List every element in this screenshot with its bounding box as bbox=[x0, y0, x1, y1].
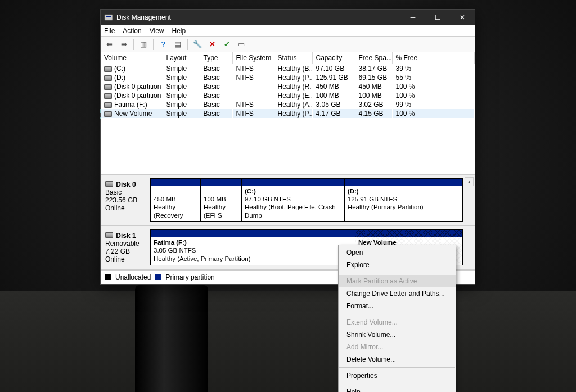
ctx-help[interactable]: Help bbox=[339, 386, 456, 392]
menubar: File Action View Help bbox=[101, 25, 475, 37]
ctx-shrink[interactable]: Shrink Volume... bbox=[339, 328, 456, 341]
menu-action[interactable]: Action bbox=[123, 27, 141, 35]
table-row[interactable]: (Disk 0 partition 1)SimpleBasicHealthy (… bbox=[101, 82, 475, 91]
partition[interactable]: Fatima (F:) 3.05 GB NTFS Healthy (Active… bbox=[150, 229, 356, 265]
partition[interactable]: 450 MB Healthy (Recovery bbox=[150, 178, 201, 222]
volume-table[interactable]: Volume Layout Type File System Status Ca… bbox=[101, 52, 475, 118]
disk0-kind: Basic bbox=[105, 188, 122, 196]
disk1-size: 7.22 GB bbox=[105, 247, 130, 255]
col-status[interactable]: Status bbox=[274, 52, 312, 64]
titlebar[interactable]: Disk Management ─ ☐ ✕ bbox=[101, 10, 475, 25]
col-pctfree[interactable]: % Free bbox=[392, 52, 424, 64]
col-type[interactable]: Type bbox=[200, 52, 232, 64]
table-row[interactable]: Fatima (F:)SimpleBasicNTFSHealthy (A...3… bbox=[101, 100, 475, 109]
volume-name: New Volume bbox=[114, 110, 152, 118]
svg-rect-1 bbox=[106, 16, 111, 17]
col-volume[interactable]: Volume bbox=[101, 52, 163, 64]
menu-view[interactable]: View bbox=[150, 27, 164, 35]
help-icon[interactable]: ? bbox=[157, 38, 169, 51]
col-filesystem[interactable]: File System bbox=[232, 52, 274, 64]
delete-icon[interactable]: ✕ bbox=[206, 38, 218, 51]
ctx-mark-active[interactable]: Mark Partition as Active bbox=[339, 275, 456, 287]
drive-icon bbox=[104, 93, 112, 99]
legend-unallocated: Unallocated bbox=[115, 273, 151, 281]
menu-help[interactable]: Help bbox=[172, 27, 186, 35]
drive-icon bbox=[104, 75, 112, 81]
drive-icon bbox=[104, 84, 112, 90]
ctx-explore[interactable]: Explore bbox=[339, 259, 456, 271]
back-icon[interactable]: ⬅ bbox=[103, 38, 115, 51]
disk-management-window: Disk Management ─ ☐ ✕ File Action View H… bbox=[100, 9, 475, 285]
volume-name: (Disk 0 partition 2) bbox=[114, 92, 163, 100]
drive-icon bbox=[104, 111, 112, 117]
volume-name: (C:) bbox=[114, 65, 125, 73]
close-button[interactable]: ✕ bbox=[450, 10, 475, 25]
volume-name: (D:) bbox=[114, 74, 125, 82]
panel-icon[interactable]: ▥ bbox=[137, 38, 150, 51]
volume-name: (Disk 0 partition 1) bbox=[114, 83, 163, 91]
volume-name: Fatima (F:) bbox=[114, 101, 147, 109]
properties-icon[interactable]: ▭ bbox=[235, 38, 248, 51]
disk-icon bbox=[105, 232, 113, 238]
table-row[interactable]: (D:)SimpleBasicNTFSHealthy (P...125.91 G… bbox=[101, 73, 475, 82]
partition[interactable]: (C:) 97.10 GB NTFS Healthy (Boot, Page F… bbox=[241, 178, 345, 222]
drive-icon bbox=[104, 66, 112, 72]
context-menu: Open Explore Mark Partition as Active Ch… bbox=[338, 245, 456, 392]
check-icon[interactable]: ✔ bbox=[220, 38, 233, 51]
maximize-button[interactable]: ☐ bbox=[425, 10, 450, 25]
partition[interactable]: (D:) 125.91 GB NTFS Healthy (Primary Par… bbox=[344, 178, 463, 222]
window-title: Disk Management bbox=[116, 13, 400, 21]
table-row[interactable]: New VolumeSimpleBasicNTFSHealthy (P...4.… bbox=[101, 109, 475, 118]
ctx-change-letter[interactable]: Change Drive Letter and Paths... bbox=[339, 287, 456, 300]
ctx-properties[interactable]: Properties bbox=[339, 370, 456, 382]
disk0-status: Online bbox=[105, 204, 125, 212]
disk1-status: Online bbox=[105, 255, 125, 263]
col-capacity[interactable]: Capacity bbox=[312, 52, 355, 64]
ctx-add-mirror[interactable]: Add Mirror... bbox=[339, 341, 456, 353]
settings-icon[interactable]: 🔧 bbox=[191, 38, 204, 51]
drive-icon bbox=[104, 102, 112, 108]
ctx-open[interactable]: Open bbox=[339, 246, 456, 259]
disk0-title: Disk 0 bbox=[116, 181, 136, 188]
scroll-up-icon[interactable]: ▴ bbox=[465, 177, 474, 186]
legend-swatch-primary bbox=[155, 274, 161, 280]
list-icon[interactable]: ▤ bbox=[172, 38, 184, 51]
disk-management-icon bbox=[104, 13, 113, 22]
minimize-button[interactable]: ─ bbox=[400, 10, 425, 25]
col-freespace[interactable]: Free Spa... bbox=[355, 52, 392, 64]
legend-swatch-unallocated bbox=[105, 274, 111, 280]
table-row[interactable]: (Disk 0 partition 2)SimpleBasicHealthy (… bbox=[101, 91, 475, 100]
ctx-delete[interactable]: Delete Volume... bbox=[339, 353, 456, 366]
table-row[interactable]: (C:)SimpleBasicNTFSHealthy (B...97.10 GB… bbox=[101, 64, 475, 74]
menu-file[interactable]: File bbox=[104, 27, 115, 35]
table-empty-area bbox=[101, 118, 475, 174]
partition[interactable]: 100 MB Healthy (EFI S bbox=[200, 178, 242, 222]
forward-icon[interactable]: ➡ bbox=[118, 38, 130, 51]
disk1-title: Disk 1 bbox=[116, 232, 136, 240]
ctx-extend[interactable]: Extend Volume... bbox=[339, 316, 456, 328]
svg-rect-0 bbox=[105, 15, 112, 20]
col-layout[interactable]: Layout bbox=[163, 52, 200, 64]
ctx-format[interactable]: Format... bbox=[339, 300, 456, 312]
disk0-size: 223.56 GB bbox=[105, 196, 137, 204]
disk-icon bbox=[105, 181, 113, 187]
disk1-kind: Removable bbox=[105, 240, 140, 247]
legend-primary: Primary partition bbox=[165, 273, 214, 281]
toolbar: ⬅ ➡ ▥ ? ▤ 🔧 ✕ ✔ ▭ bbox=[101, 37, 475, 52]
disk-row-0: Disk 0 Basic 223.56 GB Online 450 MB Hea… bbox=[101, 175, 475, 227]
